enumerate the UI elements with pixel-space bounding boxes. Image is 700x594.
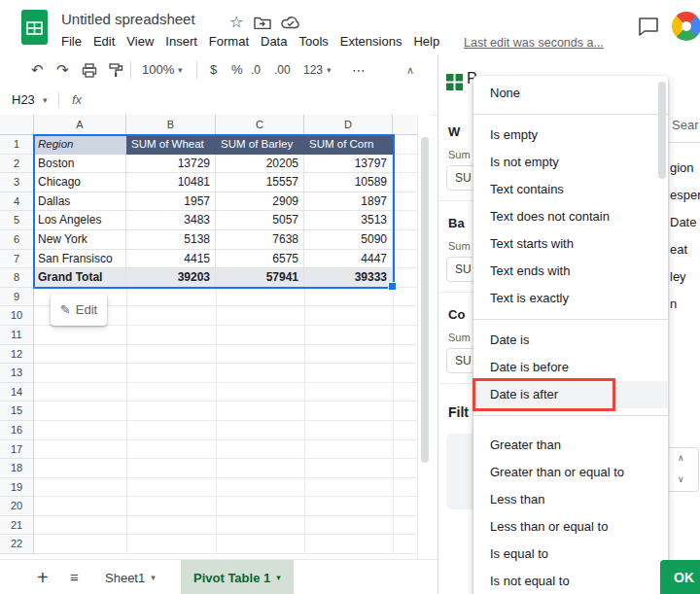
menu-item-is-not-empty[interactable]: Is not empty (473, 149, 668, 176)
column-header-c[interactable]: C (216, 115, 304, 134)
pivot-cell[interactable]: Los Angeles (34, 211, 126, 230)
menu-scrollbar-thumb[interactable] (658, 82, 666, 179)
menu-insert[interactable]: Insert (165, 34, 197, 49)
pivot-cell[interactable]: 7638 (216, 230, 304, 250)
pivot-header-cell[interactable]: SUM of Barley (216, 135, 304, 155)
pivot-total-cell[interactable]: 57941 (216, 268, 304, 288)
undo-button[interactable]: ↶ (31, 54, 44, 86)
chevron-down-icon[interactable]: ▾ (327, 54, 332, 86)
add-sheet-button[interactable]: + (37, 560, 49, 594)
pivot-cell[interactable]: Dallas (34, 192, 126, 212)
zoom-select[interactable]: 100% (142, 54, 174, 86)
star-icon[interactable]: ☆ (229, 13, 243, 31)
redo-button[interactable]: ↷ (56, 54, 69, 86)
row-header[interactable]: 2 (0, 155, 33, 174)
row-header[interactable]: 1 (0, 135, 33, 155)
pivot-cell[interactable]: 4447 (304, 250, 393, 269)
search-input-fragment[interactable]: Sear (672, 118, 698, 132)
move-folder-icon[interactable] (254, 16, 271, 29)
menu-extensions[interactable]: Extensions (340, 34, 402, 49)
scrollbar-thumb[interactable] (421, 137, 429, 463)
field-option-fragment[interactable]: eat (670, 242, 687, 257)
document-title[interactable]: Untitled spreadsheet (61, 11, 195, 27)
field-option-fragment[interactable]: n (670, 297, 677, 311)
last-edit-link[interactable]: Last edit was seconds a... (464, 36, 604, 50)
row-header[interactable]: 19 (0, 478, 33, 498)
row-header[interactable]: 11 (0, 326, 33, 345)
sheets-logo-icon[interactable] (21, 10, 48, 45)
column-header-b[interactable]: B (126, 115, 216, 134)
field-option-fragment[interactable]: gion (670, 160, 694, 175)
row-header[interactable]: 13 (0, 364, 33, 383)
menu-item-text-contains[interactable]: Text contains (473, 176, 668, 203)
format-percent-button[interactable]: % (231, 54, 243, 86)
number-format-button[interactable]: 123 (303, 54, 323, 86)
pivot-total-cell[interactable]: 39203 (126, 268, 216, 288)
menu-item-text-ends-with[interactable]: Text ends with (473, 258, 668, 285)
row-header[interactable]: 22 (0, 535, 33, 554)
menu-item-date-is-before[interactable]: Date is before (473, 354, 668, 381)
row-header[interactable]: 7 (0, 250, 33, 269)
pivot-cell[interactable]: 1957 (126, 192, 216, 212)
menu-item-is-equal-to[interactable]: Is equal to (473, 541, 668, 568)
pivot-total-cell[interactable]: Grand Total (34, 268, 126, 288)
fill-handle[interactable] (388, 282, 397, 291)
menu-data[interactable]: Data (261, 34, 287, 49)
pivot-cell[interactable]: 13797 (304, 155, 393, 174)
pivot-cell[interactable]: 2909 (216, 192, 304, 212)
row-header[interactable]: 16 (0, 421, 33, 440)
collapse-toolbar-button[interactable]: ∧ (406, 54, 414, 86)
row-header[interactable]: 15 (0, 402, 33, 421)
menu-tools[interactable]: Tools (298, 34, 328, 49)
format-currency-button[interactable]: $ (210, 54, 217, 86)
pivot-total-cell[interactable]: 39333 (304, 268, 393, 288)
menu-item-less-than-or-equal[interactable]: Less than or equal to (473, 513, 668, 541)
column-header-a[interactable]: A (34, 115, 126, 134)
more-toolbar-button[interactable]: ⋯ (352, 54, 366, 86)
menu-item-text-does-not-contain[interactable]: Text does not contain (473, 203, 668, 230)
tab-sheet1[interactable]: Sheet1 ▾ (105, 560, 156, 594)
menu-view[interactable]: View (126, 34, 154, 49)
pivot-cell[interactable]: 10481 (126, 173, 216, 192)
pivot-cell[interactable]: New York (34, 230, 126, 250)
row-header[interactable]: 20 (0, 497, 33, 516)
pivot-cell[interactable]: 5057 (216, 211, 304, 230)
field-option-fragment[interactable]: espers (670, 188, 700, 202)
menu-item-greater-than[interactable]: Greater than (473, 432, 668, 459)
row-header[interactable]: 4 (0, 192, 33, 212)
pivot-cell[interactable]: Chicago (34, 173, 126, 192)
pivot-cell[interactable]: 6575 (216, 250, 304, 269)
row-header[interactable]: 10 (0, 306, 33, 326)
menu-item-less-than[interactable]: Less than (473, 486, 668, 513)
menu-file[interactable]: File (61, 34, 82, 49)
menu-format[interactable]: Format (209, 34, 249, 49)
pivot-header-cell[interactable]: SUM of Wheat (126, 135, 216, 155)
pivot-cell[interactable]: Boston (34, 155, 126, 174)
menu-item-text-starts-with[interactable]: Text starts with (473, 230, 668, 258)
menu-item-date-is-after[interactable]: Date is after (473, 381, 668, 408)
pivot-cell[interactable]: 20205 (216, 155, 304, 174)
row-header[interactable]: 18 (0, 459, 33, 478)
menu-item-is-empty[interactable]: Is empty (473, 122, 668, 149)
pivot-cell[interactable]: 10589 (304, 173, 393, 192)
comments-icon[interactable] (638, 17, 659, 37)
pivot-cell[interactable]: San Fransisco (34, 250, 126, 269)
field-option-fragment[interactable]: ley (670, 269, 686, 284)
pivot-cell[interactable]: 1897 (304, 192, 393, 212)
vertical-scrollbar[interactable] (417, 115, 432, 559)
menu-item-none[interactable]: None (473, 80, 668, 107)
all-sheets-button[interactable]: ≡ (70, 560, 79, 594)
row-header[interactable]: 5 (0, 211, 33, 230)
field-option-fragment[interactable]: Date (670, 215, 696, 229)
row-header[interactable]: 6 (0, 230, 33, 250)
menu-item-greater-than-or-equal[interactable]: Greater than or equal to (473, 459, 668, 486)
pivot-header-cell[interactable]: Region (34, 135, 126, 155)
account-avatar[interactable] (672, 12, 700, 41)
menu-edit[interactable]: Edit (93, 34, 115, 49)
menu-item-date-is[interactable]: Date is (473, 327, 668, 354)
paint-format-button[interactable] (109, 63, 123, 78)
column-header-d[interactable]: D (304, 115, 393, 134)
pivot-cell[interactable]: 5090 (304, 230, 393, 250)
pivot-header-cell[interactable]: SUM of Corn (304, 135, 393, 155)
corner-box[interactable] (0, 115, 34, 134)
